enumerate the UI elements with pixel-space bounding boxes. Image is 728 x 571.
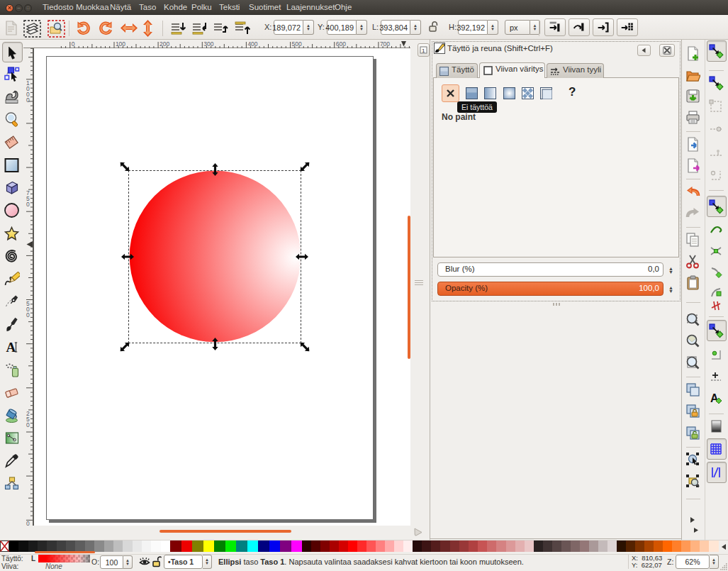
svg-text:100: 100 [116,40,125,48]
svg-text:1: 1 [422,48,425,54]
svg-text:0: 0 [26,520,30,527]
svg-text:1000: 1000 [26,79,30,104]
svg-text:500: 500 [26,300,30,318]
svg-text:400: 400 [247,40,257,48]
svg-text:700: 700 [380,40,390,48]
svg-text:750: 750 [26,189,30,208]
svg-text:200: 200 [159,40,169,48]
svg-text:0: 0 [72,40,75,48]
svg-text:600: 600 [336,40,346,48]
svg-text:300: 300 [203,40,213,48]
svg-text:250: 250 [26,410,30,428]
svg-text:500: 500 [292,40,302,48]
svg-text:A: A [6,340,16,355]
